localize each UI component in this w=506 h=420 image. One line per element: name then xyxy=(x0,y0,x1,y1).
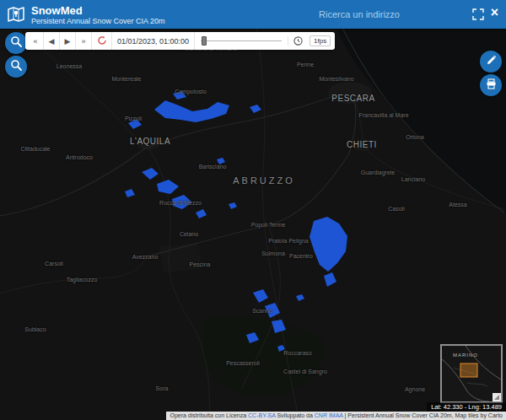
pencil-icon xyxy=(486,54,497,69)
snow-patch xyxy=(154,100,229,122)
map-label-layer: ABRUZZO LeonessaAmatriceMonterealeCampot… xyxy=(0,0,506,420)
magnifier-icon xyxy=(10,59,22,74)
snow-patch xyxy=(253,289,268,303)
time-prev-button[interactable]: ◀ xyxy=(44,32,60,50)
license-link[interactable]: CC-BY-SA xyxy=(248,412,275,418)
map-town-label: Agnone xyxy=(405,386,425,392)
header: SnowMed Persistent Annual Snow Cover CIA… xyxy=(0,0,506,29)
basemap-layer xyxy=(0,0,506,420)
map-city-label: CHIETI xyxy=(347,140,377,149)
time-loop-button[interactable] xyxy=(94,32,110,50)
search-control-button[interactable] xyxy=(5,32,27,54)
map-town-label: Scanno xyxy=(252,308,272,314)
time-slider[interactable] xyxy=(201,32,282,50)
map-town-label: Casoli xyxy=(388,206,404,212)
map-town-label: Pratola Peligna xyxy=(268,238,308,244)
magnifier-icon xyxy=(10,35,22,51)
minimap-toggle-button[interactable] xyxy=(493,393,501,401)
snow-patch xyxy=(250,105,261,113)
map-town-label: Avezzano xyxy=(132,254,159,260)
map-town-label: Pacentro xyxy=(289,253,313,259)
map-town-label: Subiaco xyxy=(24,326,46,332)
map-town-label: Pescina xyxy=(190,261,211,267)
snow-patch xyxy=(310,217,347,272)
snow-patch xyxy=(196,209,207,218)
map-region-label: ABRUZZO xyxy=(233,175,295,186)
coordinates-display: Lat: 42.330 - Lng: 13.489 xyxy=(427,402,506,412)
time-last-button[interactable]: » xyxy=(76,32,92,50)
land-area xyxy=(0,0,506,420)
map-town-label: Rocca di Mezzo xyxy=(159,200,202,206)
minimap[interactable]: MARINO xyxy=(440,344,503,403)
map-town-label: Tagliacozzo xyxy=(67,277,98,283)
time-first-button[interactable]: « xyxy=(28,32,44,50)
draw-edit-button[interactable] xyxy=(480,51,502,73)
attribution-text: | Persistent Annual Snow Cover CIA 20m, … xyxy=(343,412,503,418)
snow-patch xyxy=(217,158,225,164)
snow-layer xyxy=(0,0,506,420)
map-town-label: Antrodoco xyxy=(66,154,93,160)
snow-patch xyxy=(296,294,304,301)
time-play-button[interactable]: ▶ xyxy=(60,32,76,50)
speed-select[interactable]: 1fps xyxy=(310,35,331,46)
map-town-label: Carsoli xyxy=(45,261,63,267)
map-town-label: Sora xyxy=(156,385,169,391)
map-city-label: PESCARA xyxy=(331,94,374,103)
title-block: SnowMed Persistent Annual Snow Cover CIA… xyxy=(31,4,165,25)
app-subtitle: Persistent Annual Snow Cover CIA 20m xyxy=(31,17,165,25)
map-town-label: Montereale xyxy=(111,76,141,82)
snow-patch xyxy=(265,303,280,318)
map-town-label: Cittaducale xyxy=(20,146,50,152)
fullscreen-icon[interactable] xyxy=(472,8,484,20)
fucino-plain xyxy=(159,243,202,273)
map-town-label: Guardiagrele xyxy=(361,170,395,175)
map-town-label: Celano xyxy=(180,231,198,237)
map-town-label: Castel di Sangro xyxy=(283,369,327,374)
time-control: « ◀ ▶ » 01/01/2023, 01:00:00 1fps xyxy=(25,32,335,50)
park-area xyxy=(202,316,323,396)
app-title: SnowMed xyxy=(31,4,165,17)
map-town-label: Leonessa xyxy=(57,63,82,69)
map-town-label: Pizzoli xyxy=(125,116,142,121)
time-current-date[interactable]: 01/01/2023, 01:00:00 xyxy=(111,32,195,50)
query-control-button[interactable] xyxy=(5,56,27,78)
snow-patch xyxy=(125,189,135,197)
map-town-label: Popoli Terme xyxy=(251,222,286,228)
attribution-bar: Opera distribuita con Licenza CC-BY-SA S… xyxy=(166,412,506,420)
snow-patch xyxy=(324,272,336,287)
minimap-extent-rect[interactable] xyxy=(460,363,477,377)
snow-patch xyxy=(229,202,237,209)
print-button[interactable] xyxy=(480,74,502,96)
map-town-label: Lanciano xyxy=(401,176,425,182)
close-icon[interactable]: × xyxy=(491,4,498,21)
refresh-icon xyxy=(97,35,107,47)
app-logo-map-icon xyxy=(7,5,25,24)
developer-link[interactable]: CNR IMAA xyxy=(315,412,343,418)
snow-patch xyxy=(277,345,285,352)
secondary-roads xyxy=(0,0,504,419)
attribution-text: Sviluppato da xyxy=(275,412,314,418)
map-town-label: Roccaraso xyxy=(283,350,311,356)
printer-icon xyxy=(486,78,497,93)
snow-patch xyxy=(172,195,192,209)
snow-patch xyxy=(128,119,142,129)
time-slider-knob[interactable] xyxy=(202,36,207,46)
map-town-label: Campotosto xyxy=(175,89,207,94)
map-town-label: Sulmona xyxy=(261,250,285,256)
urban-area-chieti xyxy=(353,139,373,151)
map-city-label: L'AQUILA xyxy=(130,137,170,146)
map-town-label: Ortona xyxy=(406,134,423,140)
map-town-label: Atessa xyxy=(449,202,466,207)
map-canvas[interactable]: ABRUZZO LeonessaAmatriceMonterealeCampot… xyxy=(0,0,506,420)
map-town-label: Pescasseroli xyxy=(226,360,260,366)
snow-patch xyxy=(272,320,286,333)
clock-icon xyxy=(288,36,306,46)
address-search[interactable]: Ricerca un indirizzo xyxy=(319,9,400,19)
map-town-label: Barisciano xyxy=(199,164,227,170)
map-town-label: Montesilvano xyxy=(319,76,353,82)
adriatic-sea xyxy=(326,0,506,214)
map-town-label: Penne xyxy=(297,62,314,67)
snow-patch xyxy=(142,168,159,180)
urban-area-laquila xyxy=(137,137,160,150)
snow-patch xyxy=(246,332,259,343)
